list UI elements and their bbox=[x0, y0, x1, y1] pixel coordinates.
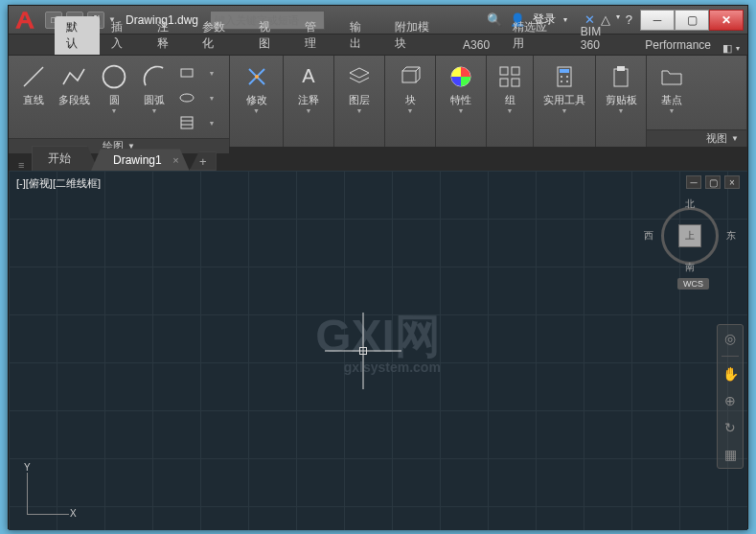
panel-layer: 图层 ▼ bbox=[334, 56, 385, 147]
svg-rect-4 bbox=[181, 117, 193, 128]
ribbon-tab-default[interactable]: 默认 bbox=[55, 16, 100, 55]
binoculars-icon[interactable]: 🔍 bbox=[487, 12, 502, 27]
svg-rect-11 bbox=[402, 71, 416, 82]
chevron-down-icon: ▼ bbox=[407, 107, 414, 114]
ellipse-icon[interactable] bbox=[175, 86, 198, 109]
orbit-icon[interactable]: ↻ bbox=[721, 418, 740, 437]
ribbon-tab-featured[interactable]: 精选应用 bbox=[501, 16, 569, 55]
ribbon-tab-insert[interactable]: 插入 bbox=[100, 16, 145, 55]
close-icon[interactable]: × bbox=[172, 154, 178, 166]
showmotion-icon[interactable]: ▦ bbox=[721, 445, 740, 464]
steering-wheel-icon[interactable]: ◎ bbox=[721, 329, 740, 348]
viewcube-north[interactable]: 北 bbox=[685, 197, 695, 211]
ribbon-tab-bar: 默认 插入 注释 参数化 视图 管理 输出 附加模块 A360 精选应用 BIM… bbox=[9, 35, 747, 56]
svg-rect-2 bbox=[181, 69, 193, 77]
viewport-controls: ─ ▢ × bbox=[686, 175, 740, 189]
folder-icon bbox=[656, 61, 687, 92]
circle-icon bbox=[99, 61, 129, 92]
group-icon bbox=[494, 61, 525, 92]
ribbon-tab-view[interactable]: 视图 bbox=[247, 16, 292, 55]
file-tab-start[interactable]: 开始 bbox=[32, 146, 99, 171]
block-button[interactable]: 块 ▼ bbox=[391, 59, 429, 116]
svg-line-12 bbox=[402, 67, 406, 71]
close-button[interactable]: ✕ bbox=[709, 10, 744, 31]
viewcube-face[interactable]: 上 bbox=[678, 224, 701, 247]
block-icon bbox=[395, 61, 425, 92]
drawing-canvas[interactable]: [-][俯视][二维线框] ─ ▢ × GXI网 gxlsystem.com 上… bbox=[9, 171, 747, 530]
chevron-down-icon: ▼ bbox=[356, 107, 363, 114]
ribbon-tab-bim360[interactable]: BIM 360 bbox=[569, 22, 634, 55]
chevron-down-icon: ▼ bbox=[669, 107, 676, 114]
annotate-button[interactable]: A 注释 ▼ bbox=[289, 59, 328, 116]
svg-rect-18 bbox=[512, 79, 519, 86]
panel-base: 基点 ▼ 视图▼ bbox=[647, 56, 747, 147]
ribbon-tab-performance[interactable]: Performance bbox=[633, 35, 722, 55]
ribbon-tab-output[interactable]: 输出 bbox=[338, 16, 383, 55]
calculator-icon bbox=[549, 61, 580, 92]
panel-view-title[interactable]: 视图▼ bbox=[647, 129, 746, 147]
file-tab-drawing1[interactable]: Drawing1 × bbox=[91, 149, 190, 171]
circle-button[interactable]: 圆 ▼ bbox=[95, 59, 133, 116]
viewcube[interactable]: 上 北 南 东 西 bbox=[655, 201, 724, 270]
zoom-extents-icon[interactable]: ⊕ bbox=[721, 391, 740, 410]
ribbon-focus-icon[interactable]: ◧ bbox=[722, 42, 732, 55]
ribbon-tab-a360[interactable]: A360 bbox=[451, 35, 501, 55]
minimize-button[interactable]: ─ bbox=[640, 10, 675, 31]
wcs-label[interactable]: WCS bbox=[677, 278, 709, 290]
polyline-button[interactable]: 多段线 bbox=[55, 59, 93, 107]
panel-clipboard: 剪贴板 ▼ bbox=[596, 56, 647, 147]
chevron-down-icon: ▼ bbox=[458, 107, 465, 114]
polyline-icon bbox=[58, 61, 89, 92]
properties-icon bbox=[446, 61, 476, 92]
group-button[interactable]: 组 ▼ bbox=[493, 59, 527, 116]
viewport-label[interactable]: [-][俯视][二维线框] bbox=[16, 176, 101, 191]
file-tab-menu-icon[interactable]: ≡ bbox=[18, 159, 24, 171]
clipboard-button[interactable]: 剪贴板 ▼ bbox=[602, 59, 640, 116]
panel-block: 块 ▼ bbox=[385, 56, 436, 147]
chevron-down-icon[interactable]: ▼ bbox=[200, 61, 223, 84]
line-button[interactable]: 直线 bbox=[14, 59, 53, 107]
svg-rect-16 bbox=[512, 67, 519, 75]
ribbon-collapse-icon[interactable]: ▾ bbox=[736, 44, 740, 53]
viewport-close-icon[interactable]: × bbox=[724, 175, 740, 189]
properties-button[interactable]: 特性 ▼ bbox=[442, 59, 480, 116]
pan-icon[interactable]: ✋ bbox=[721, 364, 740, 383]
viewcube-east[interactable]: 东 bbox=[726, 229, 736, 243]
ribbon-tab-manage[interactable]: 管理 bbox=[293, 16, 338, 55]
window-controls: ─ ▢ ✕ bbox=[640, 10, 744, 31]
file-tab-add-button[interactable]: + bbox=[190, 151, 217, 171]
chevron-down-icon: ▼ bbox=[151, 107, 158, 114]
utilities-button[interactable]: 实用工具 ▼ bbox=[539, 59, 589, 116]
arc-icon bbox=[139, 61, 170, 92]
ribbon-tab-parametric[interactable]: 参数化 bbox=[191, 16, 247, 55]
arc-button[interactable]: 圆弧 ▼ bbox=[135, 59, 173, 116]
ribbon-tab-addins[interactable]: 附加模块 bbox=[383, 16, 451, 55]
viewcube-west[interactable]: 西 bbox=[644, 229, 653, 243]
ribbon-tab-annotate[interactable]: 注释 bbox=[146, 16, 191, 55]
svg-rect-15 bbox=[500, 67, 508, 75]
viewport-minimize-icon[interactable]: ─ bbox=[686, 175, 701, 189]
navigation-bar: ◎ ✋ ⊕ ↻ ▦ bbox=[717, 324, 744, 469]
panel-draw: 直线 多段线 圆 ▼ 圆弧 ▼ bbox=[9, 56, 230, 147]
hatch-icon[interactable] bbox=[175, 111, 198, 134]
base-button[interactable]: 基点 ▼ bbox=[653, 59, 691, 116]
chevron-down-icon: ▼ bbox=[507, 107, 514, 114]
app-logo-icon[interactable] bbox=[12, 8, 37, 33]
chevron-down-icon: ▼ bbox=[111, 107, 118, 114]
clipboard-icon bbox=[606, 61, 636, 92]
panel-utilities: 实用工具 ▼ bbox=[534, 56, 596, 147]
chevron-down-icon[interactable]: ▼ bbox=[200, 111, 223, 134]
chevron-down-icon[interactable]: ▼ bbox=[200, 86, 223, 109]
text-icon: A bbox=[293, 61, 324, 92]
viewcube-south[interactable]: 南 bbox=[685, 261, 695, 274]
line-icon bbox=[18, 61, 49, 92]
chevron-down-icon: ▼ bbox=[253, 107, 260, 114]
layer-button[interactable]: 图层 ▼ bbox=[340, 59, 378, 116]
svg-point-23 bbox=[561, 81, 562, 82]
panel-modify: 修改 ▼ bbox=[230, 56, 284, 147]
modify-button[interactable]: 修改 ▼ bbox=[238, 59, 276, 116]
viewport-maximize-icon[interactable]: ▢ bbox=[705, 175, 721, 189]
maximize-button[interactable]: ▢ bbox=[675, 10, 709, 31]
rectangle-icon[interactable] bbox=[175, 61, 198, 84]
panel-annotate: A 注释 ▼ bbox=[284, 56, 334, 147]
